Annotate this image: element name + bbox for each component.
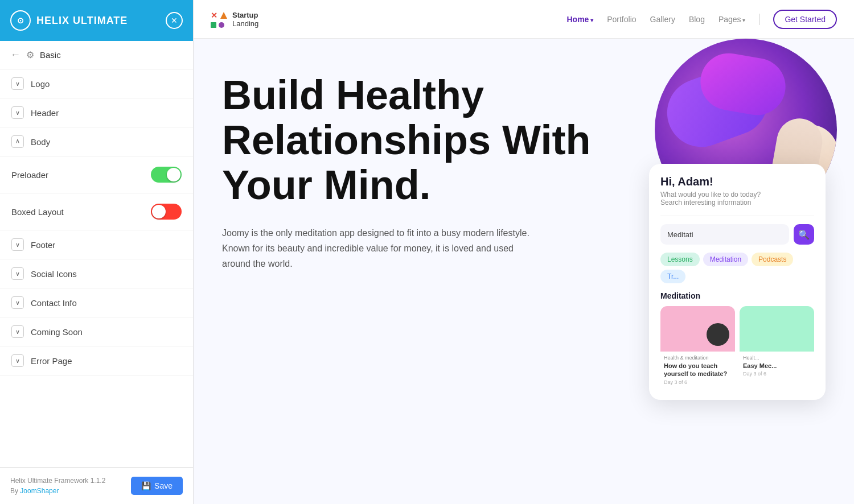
mini-card-day-2: Day 3 of 6: [743, 371, 811, 377]
tag-tr[interactable]: Tr...: [660, 270, 685, 283]
mini-card-day-1: Day 3 of 6: [664, 379, 732, 385]
circle-symbol-icon: [219, 22, 224, 28]
tag-podcasts[interactable]: Podcasts: [752, 253, 793, 266]
app-tags-row: Lessons Meditation Podcasts Tr...: [660, 253, 814, 283]
chevron-down-icon: ∨: [11, 106, 24, 119]
app-preview-card: Hi, Adam! What would you like to do toda…: [649, 164, 826, 400]
app-mini-cards-row: Health & meditation How do you teach you…: [660, 306, 814, 389]
back-arrow-icon[interactable]: ←: [10, 49, 20, 61]
mini-card-title-2: Easy Mec...: [743, 362, 811, 370]
chevron-down-icon: ∨: [11, 296, 24, 309]
sidebar-footer: Helix Ultimate Framework 1.1.2 By JoomSh…: [0, 467, 193, 504]
save-disk-icon: 💾: [141, 481, 151, 490]
nav-link-gallery[interactable]: Gallery: [650, 15, 675, 24]
basic-row: ← ⚙ Basic: [0, 41, 193, 69]
mini-card-body-1: Health & meditation How do you teach you…: [660, 352, 735, 389]
mini-card-img-1: [660, 306, 735, 352]
sidebar-item-logo[interactable]: ∨ Logo: [0, 69, 193, 98]
boxed-layout-toggle-row: Boxed Layout: [0, 193, 193, 230]
social-icons-item-label: Social Icons: [31, 269, 77, 279]
joomshaper-brand-label: JoomShaper: [20, 487, 59, 495]
nav-link-portfolio[interactable]: Portfolio: [607, 15, 636, 24]
sidebar-item-logo-left: ∨ Logo: [11, 77, 50, 90]
sidebar-logo: ⊙ HELIX ULTIMATE: [10, 10, 128, 31]
brand-name-label: HELIX ULTIMATE: [36, 15, 128, 27]
sidebar-item-coming-left: ∨ Coming Soon: [11, 325, 83, 338]
logo-item-label: Logo: [31, 79, 50, 89]
mini-card-img-2: [740, 306, 814, 352]
app-search-row: 🔍: [660, 224, 814, 245]
header-item-label: Header: [31, 108, 59, 118]
boxed-layout-label: Boxed Layout: [11, 207, 64, 217]
helix-logo-icon: ⊙: [10, 10, 31, 31]
app-search-input[interactable]: [660, 224, 789, 245]
preview-logo: ✕ Startup Landing: [211, 11, 258, 28]
hero-app-mockup: Hi, Adam! What would you like to do toda…: [626, 33, 854, 499]
app-mini-card-1: Health & meditation How do you teach you…: [660, 306, 735, 389]
sidebar-item-error-left: ∨ Error Page: [11, 354, 72, 367]
logo-line2-label: Landing: [232, 19, 258, 28]
nav-link-pages[interactable]: Pages: [718, 15, 745, 24]
coming-soon-item-label: Coming Soon: [31, 327, 83, 337]
error-page-item-label: Error Page: [31, 356, 72, 366]
app-search-button[interactable]: 🔍: [794, 224, 814, 245]
toggle-knob: [167, 168, 180, 181]
chevron-down-icon: ∨: [11, 238, 24, 251]
chevron-down-icon: ∨: [11, 325, 24, 338]
basic-label: Basic: [40, 50, 61, 60]
app-section-title: Meditation: [660, 291, 814, 300]
preloader-label: Preloader: [11, 170, 48, 180]
tag-lessons[interactable]: Lessons: [660, 253, 700, 266]
sidebar-item-social-icons[interactable]: ∨ Social Icons: [0, 259, 193, 288]
sidebar-header: ⊙ HELIX ULTIMATE ✕: [0, 0, 193, 41]
by-brand-label: By JoomShaper: [10, 486, 105, 496]
sidebar-item-social-left: ∨ Social Icons: [11, 267, 77, 280]
footer-info: Helix Ultimate Framework 1.1.2 By JoomSh…: [10, 476, 105, 496]
sidebar-item-footer[interactable]: ∨ Footer: [0, 230, 193, 259]
mini-card-title-1: How do you teach yourself to meditate?: [664, 362, 732, 378]
preview-site: ✕ Startup Landing Home Portfolio Gallery: [194, 0, 854, 504]
hero-description: Joomy is the only meditation app designe…: [222, 225, 541, 272]
boxed-layout-toggle[interactable]: [151, 204, 182, 220]
logo-symbols: ✕: [211, 11, 228, 28]
app-greeting-label: Hi, Adam!: [660, 175, 814, 188]
close-button[interactable]: ✕: [166, 12, 183, 29]
mini-card-body-2: Healt... Easy Mec... Day 3 of 6: [740, 352, 814, 380]
sidebar-item-header[interactable]: ∨ Header: [0, 98, 193, 127]
save-button[interactable]: 💾 Save: [131, 477, 183, 495]
preview-hero-section: Build Healthy Relationships With Your Mi…: [194, 39, 854, 504]
chevron-down-icon: ∨: [11, 267, 24, 280]
sidebar-item-body[interactable]: ∨ Body: [0, 127, 193, 156]
main-preview-area: ✕ Startup Landing Home Portfolio Gallery: [194, 0, 854, 504]
preview-nav-menu: Home Portfolio Gallery Blog Pages Get St…: [276, 10, 837, 29]
svg-marker-0: [220, 12, 227, 19]
toggle-knob: [152, 205, 166, 218]
save-label: Save: [154, 481, 173, 490]
footer-item-label: Footer: [31, 240, 55, 250]
sidebar: ⊙ HELIX ULTIMATE ✕ ← ⚙ Basic ∨ Logo ∨ He…: [0, 0, 194, 504]
logo-text: Startup Landing: [232, 11, 258, 28]
sidebar-item-coming-soon[interactable]: ∨ Coming Soon: [0, 317, 193, 346]
contact-info-item-label: Contact Info: [31, 298, 77, 308]
chevron-up-icon: ∨: [11, 135, 24, 148]
sidebar-item-contact-info[interactable]: ∨ Contact Info: [0, 288, 193, 317]
body-item-label: Body: [31, 137, 50, 147]
hero-text-block: Build Healthy Relationships With Your Mi…: [222, 73, 598, 271]
app-subtitle-label: What would you like to do today?Search i…: [660, 191, 814, 206]
sidebar-item-body-left: ∨ Body: [11, 135, 50, 148]
x-symbol-icon: ✕: [211, 11, 217, 20]
sidebar-item-contact-left: ∨ Contact Info: [11, 296, 77, 309]
chevron-down-icon: ∨: [11, 354, 24, 367]
preloader-toggle[interactable]: [151, 167, 182, 183]
get-started-button[interactable]: Get Started: [773, 10, 837, 29]
person-icon-1: [707, 323, 729, 346]
preloader-toggle-row: Preloader: [0, 156, 193, 193]
nav-link-home[interactable]: Home: [566, 15, 593, 24]
tag-meditation[interactable]: Meditation: [703, 253, 748, 266]
app-mini-card-2: Healt... Easy Mec... Day 3 of 6: [740, 306, 814, 389]
nav-divider: [759, 14, 759, 25]
framework-version-label: Helix Ultimate Framework 1.1.2: [10, 476, 105, 486]
nav-link-blog[interactable]: Blog: [689, 15, 705, 24]
app-card-divider: [660, 216, 814, 216]
sidebar-item-error-page[interactable]: ∨ Error Page: [0, 346, 193, 375]
